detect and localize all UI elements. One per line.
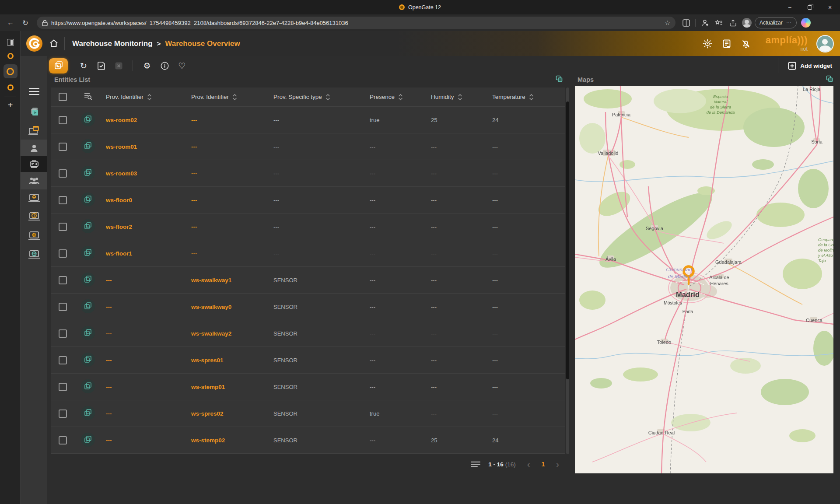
row-checkbox[interactable] [59,329,67,338]
filter-search-icon[interactable] [83,92,93,101]
favorites-bar-icon[interactable] [713,17,725,29]
tab-panel-icon[interactable] [7,39,14,46]
sidebar-menu-button[interactable] [21,83,47,100]
prev-page-button[interactable]: ‹ [527,459,530,469]
breadcrumb-dashboard[interactable]: Warehouse Overview [165,39,240,48]
table-row[interactable]: ws-floor1 --- --- --- --- --- [51,240,565,267]
cell-identifier-1[interactable]: ws-floor2 [106,224,191,230]
table-row[interactable]: --- ws-spres01 SENSOR --- --- --- [51,347,565,374]
row-checkbox[interactable] [59,410,67,418]
cell-identifier-1[interactable]: --- [106,384,191,390]
browser-profile-avatar[interactable] [741,17,753,29]
sidebar-item-dashboards[interactable] [21,103,47,120]
home-button[interactable] [49,38,59,50]
row-checkbox[interactable] [59,169,67,178]
cell-identifier-2[interactable]: ws-swalkway2 [191,330,273,337]
sidebar-item-operations[interactable] [21,189,47,207]
breadcrumb-workspace[interactable]: Warehouse Monitoring [72,39,153,48]
cell-identifier-2[interactable]: ws-stemp01 [191,384,273,390]
row-checkbox[interactable] [59,249,67,258]
cell-identifier-2[interactable]: --- [191,197,273,203]
split-screen-icon[interactable] [680,17,692,29]
cell-identifier-1[interactable]: ws-room01 [106,144,191,150]
table-row[interactable]: --- ws-stemp01 SENSOR --- --- --- [51,374,565,400]
dashboard-settings-button[interactable]: ⚙ [138,58,156,74]
widget-options-icon[interactable] [826,75,833,82]
row-checkbox[interactable] [59,223,67,231]
share-icon[interactable] [727,17,739,29]
column-header[interactable]: Prov. Identifier [106,94,191,101]
back-button[interactable]: ← [4,17,17,29]
sidebar-item-rules[interactable] [21,227,47,245]
refresh-dashboard-button[interactable]: ↻ [75,58,92,74]
tab-favicon-icon[interactable] [7,53,14,59]
cell-identifier-2[interactable]: ws-spres01 [191,357,273,364]
sort-icon[interactable] [147,94,152,101]
column-header[interactable]: Presence [370,94,431,101]
row-checkbox[interactable] [59,436,67,444]
select-all-checkbox[interactable] [59,93,67,101]
map-widget[interactable]: La RiojaEspacioNaturalde la Sierrade la … [575,86,833,473]
new-tab-button[interactable]: + [8,100,13,110]
restore-button[interactable] [800,0,820,14]
table-row[interactable]: ws-floor0 --- --- --- --- --- [51,187,565,214]
release-notes-button[interactable] [720,37,733,50]
cell-identifier-1[interactable]: --- [106,304,191,310]
cell-identifier-1[interactable]: --- [106,410,191,417]
column-header[interactable]: Prov. Specific type [273,94,370,101]
sort-icon[interactable] [326,94,330,101]
cell-identifier-2[interactable]: --- [191,224,273,230]
wallet-icon[interactable] [699,17,711,29]
notifications-muted-button[interactable] [739,37,752,50]
next-page-button[interactable]: › [556,459,559,469]
page-refresh-button[interactable]: ↻ [19,17,32,29]
sort-icon[interactable] [458,94,462,101]
cell-identifier-2[interactable]: --- [191,144,273,150]
add-widget-button[interactable]: Add widget [778,58,832,73]
cell-identifier-2[interactable]: ws-swalkway0 [191,304,273,310]
table-row[interactable]: --- ws-spres02 SENSOR true --- --- [51,400,565,427]
cell-identifier-1[interactable]: --- [106,437,191,444]
active-tab-tile[interactable] [4,64,18,78]
row-checkbox[interactable] [59,303,67,311]
column-header[interactable]: Humidity [431,94,492,101]
favorite-star-icon[interactable]: ☆ [665,19,670,26]
sort-icon[interactable] [529,94,534,101]
sidebar-item-entities[interactable] [21,156,47,173]
sidebar-item-users[interactable] [21,140,47,157]
cell-identifier-2[interactable]: --- [191,117,273,123]
sidebar-item-alarms[interactable] [21,208,47,225]
cell-identifier-1[interactable]: ws-room02 [106,117,191,123]
actualizar-button[interactable]: Actualizar ⋯ [755,17,797,28]
row-checkbox[interactable] [59,276,67,284]
cell-identifier-2[interactable]: ws-stemp02 [191,437,273,444]
tab-favicon-icon[interactable] [7,84,14,91]
opengate-logo-icon[interactable] [26,35,43,52]
user-avatar[interactable] [816,35,834,52]
save-dashboard-button[interactable] [92,58,110,74]
cell-identifier-1[interactable]: ws-floor1 [106,250,191,257]
cell-identifier-1[interactable]: ws-room03 [106,170,191,177]
dashboard-info-button[interactable] [156,58,173,74]
copilot-icon[interactable] [801,18,811,28]
table-row[interactable]: ws-room02 --- --- true 25 24 [51,107,565,133]
close-button[interactable]: × [820,0,840,14]
more-options-icon[interactable]: ⋯ [786,20,792,26]
browser-tab[interactable]: OpenGate 12 [399,4,441,10]
table-row[interactable]: ws-room01 --- --- --- --- --- [51,133,565,160]
row-checkbox[interactable] [59,116,67,124]
cell-identifier-1[interactable]: --- [106,277,191,284]
row-checkbox[interactable] [59,356,67,364]
table-row[interactable]: --- ws-swalkway2 SENSOR --- --- --- [51,320,565,347]
cell-identifier-2[interactable]: ws-spres02 [191,410,273,417]
url-bar[interactable]: https://www.opengate.es/workspaces/_1754… [37,17,676,29]
cell-identifier-1[interactable]: ws-floor0 [106,197,191,203]
page-size-icon[interactable] [471,460,480,469]
scrollbar-thumb[interactable] [566,102,569,379]
widget-options-icon[interactable] [556,75,563,82]
table-scrollbar[interactable] [566,88,569,454]
cell-identifier-2[interactable]: --- [191,170,273,177]
cell-identifier-2[interactable]: --- [191,250,273,257]
cell-identifier-1[interactable]: --- [106,330,191,337]
favorite-dashboard-button[interactable]: ♡ [173,58,191,74]
